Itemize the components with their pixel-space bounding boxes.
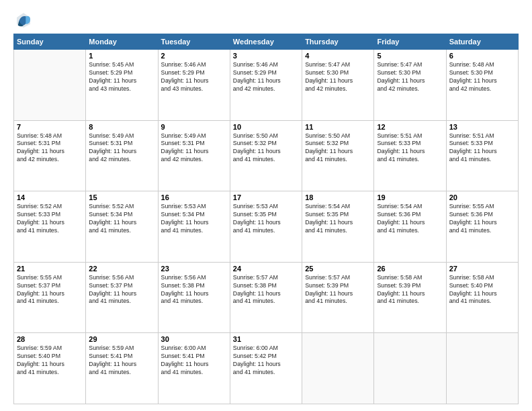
- day-number: 29: [89, 335, 154, 343]
- day-number: 1: [89, 52, 154, 60]
- day-info: Sunrise: 5:53 AM Sunset: 5:35 PM Dayligh…: [233, 203, 299, 235]
- day-info: Sunrise: 5:47 AM Sunset: 5:30 PM Dayligh…: [305, 61, 371, 93]
- calendar-cell: 22Sunrise: 5:56 AM Sunset: 5:37 PM Dayli…: [86, 262, 158, 333]
- calendar-week-row: 1Sunrise: 5:45 AM Sunset: 5:29 PM Daylig…: [14, 50, 519, 121]
- day-info: Sunrise: 5:52 AM Sunset: 5:33 PM Dayligh…: [17, 203, 83, 235]
- calendar-cell: 30Sunrise: 6:00 AM Sunset: 5:41 PM Dayli…: [158, 333, 230, 404]
- calendar-cell: 23Sunrise: 5:56 AM Sunset: 5:38 PM Dayli…: [158, 262, 230, 333]
- calendar-cell: 11Sunrise: 5:50 AM Sunset: 5:32 PM Dayli…: [302, 120, 374, 191]
- calendar-cell: 7Sunrise: 5:48 AM Sunset: 5:31 PM Daylig…: [14, 120, 86, 191]
- calendar-table: SundayMondayTuesdayWednesdayThursdayFrid…: [13, 34, 519, 404]
- calendar-cell: 6Sunrise: 5:48 AM Sunset: 5:30 PM Daylig…: [446, 50, 518, 121]
- day-info: Sunrise: 5:55 AM Sunset: 5:37 PM Dayligh…: [17, 274, 83, 306]
- day-info: Sunrise: 5:59 AM Sunset: 5:40 PM Dayligh…: [17, 345, 83, 377]
- header: [13, 11, 519, 31]
- weekday-header-wednesday: Wednesday: [230, 34, 302, 50]
- day-number: 3: [233, 52, 299, 60]
- day-info: Sunrise: 5:55 AM Sunset: 5:36 PM Dayligh…: [449, 203, 515, 235]
- day-number: 28: [17, 335, 83, 343]
- calendar-cell: 9Sunrise: 5:49 AM Sunset: 5:31 PM Daylig…: [158, 120, 230, 191]
- day-number: 12: [377, 123, 443, 131]
- day-number: 22: [89, 265, 154, 273]
- day-number: 21: [17, 265, 83, 273]
- day-info: Sunrise: 5:50 AM Sunset: 5:32 PM Dayligh…: [233, 132, 299, 165]
- calendar-cell: 10Sunrise: 5:50 AM Sunset: 5:32 PM Dayli…: [230, 120, 302, 191]
- day-info: Sunrise: 5:59 AM Sunset: 5:41 PM Dayligh…: [89, 345, 154, 377]
- day-info: Sunrise: 5:46 AM Sunset: 5:29 PM Dayligh…: [161, 61, 227, 93]
- day-number: 15: [89, 193, 154, 201]
- calendar-cell: 14Sunrise: 5:52 AM Sunset: 5:33 PM Dayli…: [14, 191, 86, 263]
- day-info: Sunrise: 5:51 AM Sunset: 5:33 PM Dayligh…: [449, 132, 515, 165]
- calendar-cell: 24Sunrise: 5:57 AM Sunset: 5:38 PM Dayli…: [230, 262, 302, 333]
- day-info: Sunrise: 5:51 AM Sunset: 5:33 PM Dayligh…: [377, 132, 443, 165]
- weekday-header-friday: Friday: [374, 34, 446, 50]
- logo-icon: [13, 11, 34, 31]
- calendar-cell: 29Sunrise: 5:59 AM Sunset: 5:41 PM Dayli…: [86, 333, 158, 404]
- calendar-cell: 20Sunrise: 5:55 AM Sunset: 5:36 PM Dayli…: [446, 191, 518, 263]
- day-number: 4: [305, 52, 371, 60]
- calendar-week-row: 14Sunrise: 5:52 AM Sunset: 5:33 PM Dayli…: [14, 191, 519, 263]
- day-info: Sunrise: 5:47 AM Sunset: 5:30 PM Dayligh…: [377, 61, 443, 93]
- calendar-body: 1Sunrise: 5:45 AM Sunset: 5:29 PM Daylig…: [14, 50, 519, 404]
- calendar-header: SundayMondayTuesdayWednesdayThursdayFrid…: [14, 34, 519, 50]
- calendar-cell: [374, 333, 446, 404]
- day-info: Sunrise: 5:45 AM Sunset: 5:29 PM Dayligh…: [89, 61, 154, 93]
- calendar-cell: 15Sunrise: 5:52 AM Sunset: 5:34 PM Dayli…: [86, 191, 158, 263]
- day-info: Sunrise: 6:00 AM Sunset: 5:42 PM Dayligh…: [233, 345, 299, 377]
- calendar-cell: 31Sunrise: 6:00 AM Sunset: 5:42 PM Dayli…: [230, 333, 302, 404]
- day-info: Sunrise: 6:00 AM Sunset: 5:41 PM Dayligh…: [161, 345, 227, 377]
- calendar-cell: 8Sunrise: 5:49 AM Sunset: 5:31 PM Daylig…: [86, 120, 158, 191]
- day-info: Sunrise: 5:57 AM Sunset: 5:39 PM Dayligh…: [305, 274, 371, 306]
- day-number: 19: [377, 193, 443, 201]
- day-info: Sunrise: 5:54 AM Sunset: 5:36 PM Dayligh…: [377, 203, 443, 235]
- weekday-header-tuesday: Tuesday: [158, 34, 230, 50]
- calendar-cell: [446, 333, 518, 404]
- day-number: 10: [233, 123, 299, 131]
- calendar-cell: [302, 333, 374, 404]
- day-number: 14: [17, 193, 83, 201]
- calendar-cell: 12Sunrise: 5:51 AM Sunset: 5:33 PM Dayli…: [374, 120, 446, 191]
- calendar-week-row: 28Sunrise: 5:59 AM Sunset: 5:40 PM Dayli…: [14, 333, 519, 404]
- day-info: Sunrise: 5:48 AM Sunset: 5:31 PM Dayligh…: [17, 132, 83, 165]
- calendar-cell: 4Sunrise: 5:47 AM Sunset: 5:30 PM Daylig…: [302, 50, 374, 121]
- day-number: 5: [377, 52, 443, 60]
- day-number: 8: [89, 123, 154, 131]
- day-number: 27: [449, 265, 515, 273]
- calendar-week-row: 7Sunrise: 5:48 AM Sunset: 5:31 PM Daylig…: [14, 120, 519, 191]
- day-number: 25: [305, 265, 371, 273]
- day-info: Sunrise: 5:49 AM Sunset: 5:31 PM Dayligh…: [89, 132, 154, 165]
- weekday-header-sunday: Sunday: [14, 34, 86, 50]
- calendar-cell: 27Sunrise: 5:58 AM Sunset: 5:40 PM Dayli…: [446, 262, 518, 333]
- day-number: 30: [161, 335, 227, 343]
- calendar-cell: 3Sunrise: 5:46 AM Sunset: 5:29 PM Daylig…: [230, 50, 302, 121]
- day-number: 20: [449, 193, 515, 201]
- calendar-cell: 2Sunrise: 5:46 AM Sunset: 5:29 PM Daylig…: [158, 50, 230, 121]
- day-info: Sunrise: 5:56 AM Sunset: 5:38 PM Dayligh…: [161, 274, 227, 306]
- calendar-cell: 19Sunrise: 5:54 AM Sunset: 5:36 PM Dayli…: [374, 191, 446, 263]
- day-info: Sunrise: 5:50 AM Sunset: 5:32 PM Dayligh…: [305, 132, 371, 165]
- weekday-header-row: SundayMondayTuesdayWednesdayThursdayFrid…: [14, 34, 519, 50]
- calendar-cell: 16Sunrise: 5:53 AM Sunset: 5:34 PM Dayli…: [158, 191, 230, 263]
- day-number: 26: [377, 265, 443, 273]
- day-info: Sunrise: 5:58 AM Sunset: 5:39 PM Dayligh…: [377, 274, 443, 306]
- calendar-cell: 1Sunrise: 5:45 AM Sunset: 5:29 PM Daylig…: [86, 50, 158, 121]
- calendar-cell: 18Sunrise: 5:54 AM Sunset: 5:35 PM Dayli…: [302, 191, 374, 263]
- day-number: 9: [161, 123, 227, 131]
- day-info: Sunrise: 5:57 AM Sunset: 5:38 PM Dayligh…: [233, 274, 299, 306]
- weekday-header-monday: Monday: [86, 34, 158, 50]
- weekday-header-thursday: Thursday: [302, 34, 374, 50]
- calendar-cell: 25Sunrise: 5:57 AM Sunset: 5:39 PM Dayli…: [302, 262, 374, 333]
- page: SundayMondayTuesdayWednesdayThursdayFrid…: [0, 0, 532, 411]
- day-number: 18: [305, 193, 371, 201]
- day-number: 6: [449, 52, 515, 60]
- day-number: 13: [449, 123, 515, 131]
- calendar-cell: [14, 50, 86, 121]
- day-number: 2: [161, 52, 227, 60]
- day-info: Sunrise: 5:46 AM Sunset: 5:29 PM Dayligh…: [233, 61, 299, 93]
- day-info: Sunrise: 5:56 AM Sunset: 5:37 PM Dayligh…: [89, 274, 154, 306]
- day-number: 11: [305, 123, 371, 131]
- weekday-header-saturday: Saturday: [446, 34, 518, 50]
- day-number: 24: [233, 265, 299, 273]
- day-number: 7: [17, 123, 83, 131]
- calendar-cell: 13Sunrise: 5:51 AM Sunset: 5:33 PM Dayli…: [446, 120, 518, 191]
